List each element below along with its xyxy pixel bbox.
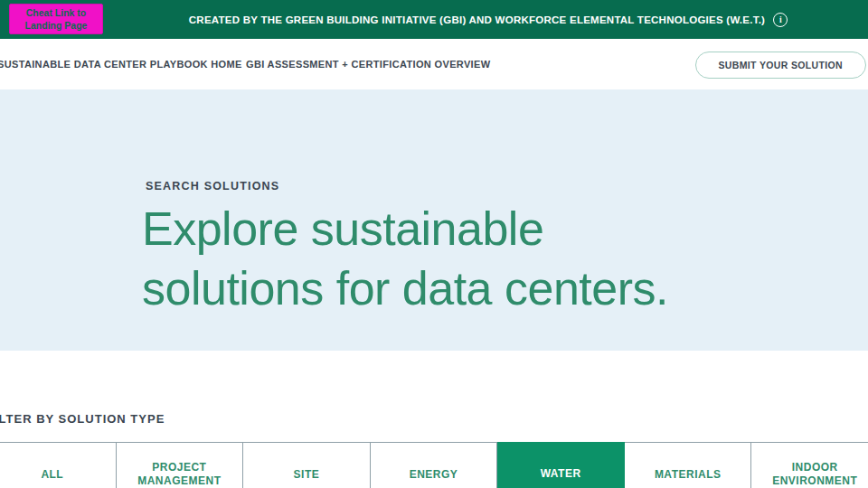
page-title: Explore sustainable solutions for data c… (142, 199, 668, 318)
page-title-line1: Explore sustainable (142, 199, 668, 258)
tab-energy[interactable]: ENERGY (371, 443, 498, 488)
tab-water[interactable]: WATER (497, 442, 625, 488)
tab-all[interactable]: ALL (0, 443, 117, 488)
page-title-line2: solutions for data centers. (142, 258, 668, 318)
hero-section: SEARCH SOLUTIONS Explore sustainable sol… (0, 89, 868, 351)
cheat-link-line2: Landing Page (25, 19, 88, 32)
main-nav: SUSTAINABLE DATA CENTER PLAYBOOK HOME GB… (0, 39, 868, 89)
cheat-link-line1: Cheat Link to (26, 6, 87, 19)
nav-link-gbi-overview[interactable]: GBI ASSESSMENT + CERTIFICATION OVERVIEW (246, 39, 490, 89)
credit-text: CREATED BY THE GREEN BUILDING INITIATIVE… (189, 14, 765, 25)
info-circle-icon[interactable]: i (773, 13, 788, 27)
nav-link-playbook-home[interactable]: SUSTAINABLE DATA CENTER PLAYBOOK HOME (0, 39, 242, 89)
submit-your-solution-button[interactable]: SUBMIT YOUR SOLUTION (695, 52, 866, 79)
hero-eyebrow: SEARCH SOLUTIONS (146, 180, 279, 192)
top-banner: Cheat Link to Landing Page CREATED BY TH… (0, 0, 868, 39)
cheat-link-button[interactable]: Cheat Link to Landing Page (9, 4, 103, 34)
tab-materials[interactable]: MATERIALS (625, 443, 752, 488)
credit-row: CREATED BY THE GREEN BUILDING INITIATIVE… (108, 0, 868, 39)
tab-indoor-environment[interactable]: INDOOR ENVIRONMENT (751, 443, 868, 488)
filter-by-solution-type-label: FILTER BY SOLUTION TYPE (0, 412, 165, 426)
solution-type-tabs: ALLPROJECT MANAGEMENTSITEENERGYWATERMATE… (0, 442, 868, 488)
tab-project-management[interactable]: PROJECT MANAGEMENT (117, 443, 244, 488)
tab-site[interactable]: SITE (243, 443, 371, 488)
